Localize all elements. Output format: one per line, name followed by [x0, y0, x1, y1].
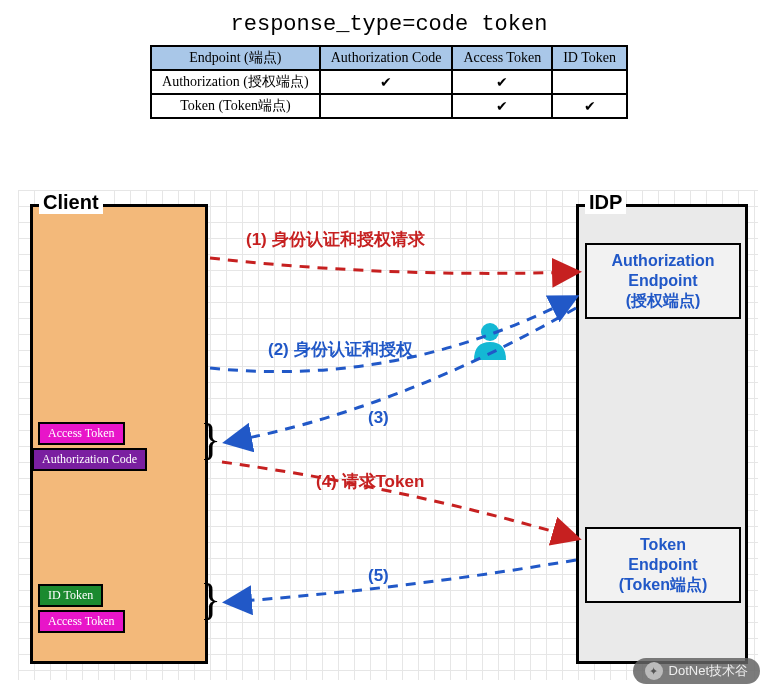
arrow-step-1 [210, 258, 576, 273]
watermark-text: DotNet技术谷 [669, 662, 748, 680]
page-title: response_type=code token [0, 0, 778, 45]
th-access: Access Token [452, 46, 552, 70]
th-idtoken: ID Token [552, 46, 627, 70]
endpoint-table: Endpoint (端点) Authorization Code Access … [150, 45, 628, 119]
row-label: Token (Token端点) [151, 94, 320, 118]
row-label: Authorization (授权端点) [151, 70, 320, 94]
arrow-step-2 [210, 298, 574, 372]
wechat-icon: ✦ [645, 662, 663, 680]
th-endpoint: Endpoint (端点) [151, 46, 320, 70]
flow-diagram: Client IDP Authorization Endpoint (授权端点)… [18, 190, 758, 680]
arrow-step-4 [222, 462, 576, 538]
arrow-step-5 [228, 560, 576, 602]
watermark-badge: ✦ DotNet技术谷 [633, 658, 760, 684]
table-row: Authorization (授权端点) ✔ ✔ [151, 70, 627, 94]
table-row: Token (Token端点) ✔ ✔ [151, 94, 627, 118]
arrow-step-3 [228, 308, 576, 442]
arrows-layer [18, 190, 758, 680]
th-authcode: Authorization Code [320, 46, 453, 70]
